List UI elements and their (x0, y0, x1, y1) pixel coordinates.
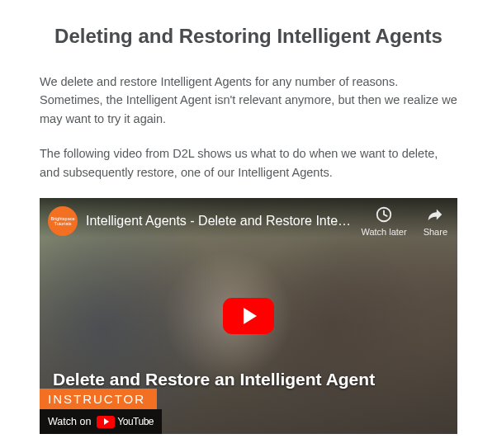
channel-avatar[interactable]: Brightspace Tutorials (48, 206, 78, 236)
play-button[interactable] (223, 298, 274, 334)
video-embed[interactable]: Brightspace Tutorials Intelligent Agents… (40, 198, 457, 434)
watch-on-label: Watch on (48, 416, 91, 427)
youtube-wordmark: YouTube (117, 416, 154, 427)
page-title: Deleting and Restoring Intelligent Agent… (40, 25, 457, 48)
watch-later-button[interactable]: Watch later (361, 205, 406, 237)
watch-later-label: Watch later (361, 227, 406, 237)
youtube-logo: YouTube (97, 416, 154, 428)
youtube-icon (97, 416, 115, 428)
channel-avatar-label: Brightspace Tutorials (48, 216, 78, 226)
video-caption-overlay: Delete and Restore an Intelligent Agent (53, 370, 375, 389)
video-top-controls: Watch later Share (361, 205, 447, 237)
play-icon (244, 308, 257, 324)
intro-paragraph: We delete and restore Intelligent Agents… (40, 73, 457, 128)
share-icon (426, 205, 444, 224)
instructor-badge: INSTRUCTOR (40, 389, 157, 409)
page-container: Deleting and Restoring Intelligent Agent… (0, 0, 497, 448)
watch-on-youtube-button[interactable]: Watch on YouTube (40, 409, 162, 434)
share-button[interactable]: Share (424, 205, 447, 237)
video-title[interactable]: Intelligent Agents - Delete and Restore … (86, 214, 353, 229)
clock-icon (375, 205, 393, 224)
video-topbar: Brightspace Tutorials Intelligent Agents… (40, 198, 457, 238)
share-label: Share (424, 227, 447, 237)
second-paragraph: The following video from D2L shows us wh… (40, 144, 457, 182)
